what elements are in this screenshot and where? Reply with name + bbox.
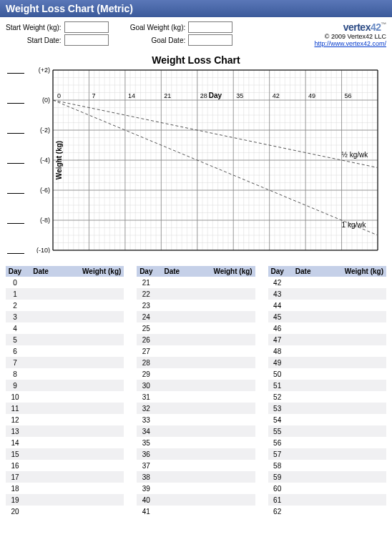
col-weight: Weight (kg) — [57, 267, 124, 275]
cell-day: 15 — [6, 450, 24, 458]
cell-day: 38 — [137, 473, 155, 481]
cell-day: 2 — [6, 302, 24, 310]
cell-day: 35 — [137, 439, 155, 447]
cell-day: 5 — [6, 336, 24, 344]
table-row: 27 — [137, 345, 255, 357]
table-row: 47 — [268, 334, 386, 345]
logo: vertex42™ — [314, 21, 386, 33]
table-row: 28 — [137, 357, 255, 368]
cell-day: 1 — [6, 290, 24, 298]
table-row: 1 — [6, 288, 124, 300]
cell-day: 3 — [6, 313, 24, 321]
table-row: 11 — [6, 403, 124, 414]
col-day: Day — [137, 267, 155, 275]
cell-day: 45 — [268, 313, 287, 321]
cell-day: 55 — [268, 428, 287, 435]
start-date-input[interactable] — [64, 34, 109, 46]
table-row: 29 — [137, 368, 255, 380]
table-row: 15 — [6, 448, 124, 460]
cell-day: 27 — [137, 348, 155, 355]
cell-day: 24 — [137, 313, 155, 321]
page-title: Weight Loss Chart (Metric) — [6, 3, 133, 14]
table-row: 41 — [137, 506, 255, 517]
cell-day: 11 — [6, 405, 24, 413]
cell-day: 25 — [137, 325, 155, 332]
table-row: 31 — [137, 391, 255, 403]
cell-day: 56 — [268, 439, 287, 447]
y-writein-line — [7, 193, 24, 194]
col-day: Day — [268, 267, 287, 275]
cell-day: 57 — [268, 450, 287, 458]
table-row: 53 — [268, 403, 386, 414]
cell-day: 49 — [268, 359, 287, 367]
cell-day: 28 — [137, 359, 155, 367]
table-row: 50 — [268, 368, 386, 380]
chart-wrap: Weight Loss Chart 071421283542495663(+2)… — [0, 49, 392, 266]
cell-day: 59 — [268, 473, 287, 481]
cell-day: 23 — [137, 302, 155, 310]
cell-day: 9 — [6, 382, 24, 390]
table-row: 48 — [268, 345, 386, 357]
svg-text:14: 14 — [128, 92, 135, 99]
svg-text:56: 56 — [345, 92, 352, 99]
table-row: 13 — [6, 425, 124, 437]
start-weight-input[interactable] — [64, 21, 109, 33]
cell-day: 10 — [6, 393, 24, 401]
svg-text:(-8): (-8) — [40, 217, 50, 224]
branding-link[interactable]: http://www.vertex42.com/ — [314, 40, 386, 47]
table-row: 10 — [6, 391, 124, 403]
tables: DayDateWeight (kg)0123456789101112131415… — [0, 266, 392, 523]
svg-text:35: 35 — [236, 92, 243, 99]
table-row: 49 — [268, 357, 386, 368]
table-row: 39 — [137, 483, 255, 494]
col-date: Date — [24, 267, 57, 275]
table-row: 22 — [137, 288, 255, 300]
cell-day: 54 — [268, 416, 287, 424]
cell-day: 19 — [6, 496, 24, 504]
cell-day: 43 — [268, 290, 287, 298]
table-row: 30 — [137, 380, 255, 391]
svg-text:49: 49 — [308, 92, 315, 99]
table-row: 23 — [137, 300, 255, 311]
table-row: 14 — [6, 437, 124, 448]
table-row: 24 — [137, 311, 255, 322]
table-row: 59 — [268, 471, 386, 483]
svg-text:(-4): (-4) — [40, 157, 50, 164]
svg-text:42: 42 — [273, 92, 280, 99]
y-writein-line — [7, 103, 24, 104]
cell-day: 39 — [137, 485, 155, 493]
col-weight: Weight (kg) — [188, 267, 255, 275]
goal-weight-input[interactable] — [188, 21, 232, 33]
cell-day: 50 — [268, 370, 287, 378]
svg-text:½ kg/wk: ½ kg/wk — [342, 151, 369, 159]
col-date: Date — [155, 267, 188, 275]
svg-text:7: 7 — [92, 92, 95, 99]
table-row: 52 — [268, 391, 386, 403]
inputs-block: Start Weight (kg): Start Date: Goal Weig… — [6, 21, 314, 47]
cell-day: 40 — [137, 496, 155, 504]
table-row: 21 — [137, 277, 255, 288]
cell-day: 34 — [137, 428, 155, 435]
table-row: 43 — [268, 288, 386, 300]
start-weight-label: Start Weight (kg): — [6, 24, 62, 31]
goal-date-input[interactable] — [188, 34, 232, 46]
table-row: 4 — [6, 322, 124, 334]
y-writein-line — [7, 253, 24, 254]
log-table: DayDateWeight (kg)4243444546474849505152… — [268, 266, 386, 517]
log-table: DayDateWeight (kg)2122232425262728293031… — [137, 266, 255, 517]
goal-date-label: Goal Date: — [151, 36, 185, 44]
table-row: 58 — [268, 460, 386, 471]
col-date: Date — [287, 267, 320, 275]
col-weight: Weight (kg) — [320, 267, 386, 275]
cell-day: 46 — [268, 325, 287, 332]
table-header: DayDateWeight (kg) — [137, 266, 255, 277]
y-writein-line — [7, 73, 24, 74]
cell-day: 7 — [6, 359, 24, 367]
cell-day: 22 — [137, 290, 155, 298]
table-row: 35 — [137, 437, 255, 448]
table-row: 20 — [6, 506, 124, 517]
cell-day: 0 — [6, 279, 24, 287]
table-row: 36 — [137, 448, 255, 460]
cell-day: 20 — [6, 508, 24, 516]
chart-plot: 071421283542495663(+2)(0)(-2)(-4)(-6)(-8… — [34, 67, 381, 260]
